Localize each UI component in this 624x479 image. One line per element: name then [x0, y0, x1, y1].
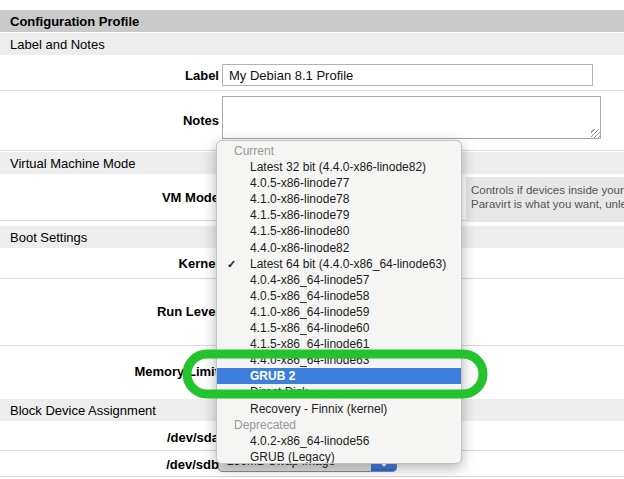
textarea-resize-handle-icon[interactable] — [591, 129, 600, 138]
kernel-option-label: 4.1.0-x86-linode78 — [250, 192, 349, 206]
kernel-option-label: Direct Disk — [250, 385, 308, 399]
vm-mode-help-line2: Paravirt is what you want, unle — [471, 197, 624, 211]
kernel-option[interactable]: GRUB 2 — [217, 368, 461, 384]
profile-label-input[interactable] — [222, 64, 593, 86]
kernel-option-label: 4.0.5-x86-linode77 — [250, 176, 349, 190]
kernel-option-label: 4.1.5-x86-linode79 — [250, 208, 349, 222]
checkmark-icon: ✓ — [227, 256, 236, 272]
divider — [0, 476, 624, 477]
kernel-dropdown-list: CurrentLatest 32 bit (4.4.0-x86-linode82… — [217, 143, 461, 464]
kernel-option[interactable]: 4.1.5-x86-linode80 — [217, 223, 461, 239]
kernel-option[interactable]: 4.0.4-x86_64-linode57 — [217, 272, 461, 288]
kernel-option-label: 4.1.5-x86_64-linode60 — [250, 321, 369, 335]
kernel-option[interactable]: 4.1.0-x86-linode78 — [217, 191, 461, 207]
kernel-option-label: 4.4.0-x86_64-linode63 — [250, 353, 369, 367]
kernel-group-label: Deprecated — [217, 417, 461, 433]
vm-mode-field-label: VM Mode — [0, 190, 219, 205]
configuration-profile-page: Configuration Profile Label and Notes Vi… — [0, 0, 624, 479]
notes-field-label: Notes — [0, 113, 219, 128]
page-title: Configuration Profile — [0, 10, 624, 32]
kernel-option[interactable]: GRUB (Legacy) — [217, 449, 461, 464]
vm-mode-help-text: Controls if devices inside your Paravirt… — [466, 177, 624, 222]
kernel-option-label: GRUB (Legacy) — [250, 450, 335, 464]
kernel-option[interactable]: 4.1.0-x86_64-linode59 — [217, 304, 461, 320]
kernel-option[interactable]: 4.1.5-x86_64-linode61 — [217, 336, 461, 352]
notes-textarea[interactable] — [222, 96, 601, 139]
kernel-option-label: 4.1.5-x86-linode80 — [250, 224, 349, 238]
section-label-and-notes: Label and Notes — [0, 33, 624, 55]
kernel-field-label: Kernel — [0, 256, 219, 271]
vm-mode-help-line1: Controls if devices inside your — [471, 183, 624, 197]
kernel-option-label: Latest 32 bit (4.4.0-x86-linode82) — [250, 160, 426, 174]
kernel-option[interactable]: 4.0.5-x86_64-linode58 — [217, 288, 461, 304]
dev-sdb-field-label: /dev/sdb — [0, 457, 219, 472]
kernel-option[interactable]: 4.0.2-x86_64-linode56 — [217, 433, 461, 449]
dev-sda-field-label: /dev/sda — [0, 430, 219, 445]
kernel-group-label: Current — [217, 143, 461, 159]
kernel-option[interactable]: 4.0.5-x86-linode77 — [217, 175, 461, 191]
kernel-option[interactable]: ✓Latest 64 bit (4.4.0-x86_64-linode63) — [217, 256, 461, 272]
kernel-option[interactable]: Latest 32 bit (4.4.0-x86-linode82) — [217, 159, 461, 175]
kernel-option-label: Current — [234, 144, 274, 158]
kernel-option[interactable]: 4.1.5-x86_64-linode60 — [217, 320, 461, 336]
kernel-option[interactable]: 4.1.5-x86-linode79 — [217, 207, 461, 223]
kernel-option-label: Latest 64 bit (4.4.0-x86_64-linode63) — [250, 257, 446, 271]
kernel-option-label: 4.0.4-x86_64-linode57 — [250, 273, 369, 287]
kernel-option[interactable]: Recovery - Finnix (kernel) — [217, 401, 461, 417]
kernel-option-label: 4.1.0-x86_64-linode59 — [250, 305, 369, 319]
kernel-option-label: Recovery - Finnix (kernel) — [250, 402, 387, 416]
kernel-option-label: Deprecated — [234, 418, 296, 432]
label-field-label: Label — [0, 68, 219, 83]
kernel-option[interactable]: 4.4.0-x86_64-linode63 — [217, 352, 461, 368]
kernel-option-label: 4.4.0-x86-linode82 — [250, 241, 349, 255]
kernel-dropdown-menu: CurrentLatest 32 bit (4.4.0-x86-linode82… — [216, 140, 462, 464]
memory-limit-field-label: Memory Limit — [0, 364, 219, 379]
run-level-field-label: Run Level — [0, 304, 219, 319]
kernel-option-label: 4.1.5-x86_64-linode61 — [250, 337, 369, 351]
kernel-option-label: 4.0.2-x86_64-linode56 — [250, 434, 369, 448]
kernel-option-label: GRUB 2 — [250, 369, 295, 383]
kernel-option-label: 4.0.5-x86_64-linode58 — [250, 289, 369, 303]
kernel-option[interactable]: 4.4.0-x86-linode82 — [217, 240, 461, 256]
kernel-option[interactable]: Direct Disk — [217, 384, 461, 400]
divider — [0, 90, 624, 91]
